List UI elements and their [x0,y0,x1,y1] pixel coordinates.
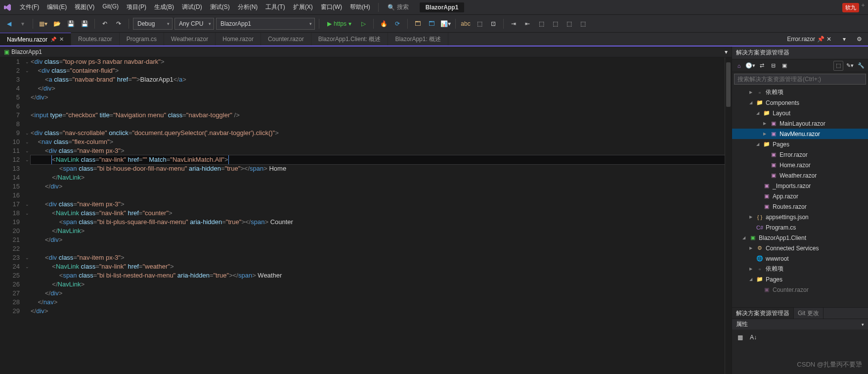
solution-tree[interactable]: ▶ ▫ 依赖项◢ 📁 Components◢ 📁 Layout▶ ▣ MainL… [732,86,868,307]
startup-combo[interactable]: BlazorApp1 [216,18,315,30]
open-icon[interactable]: 📂 [51,18,63,30]
solution-name[interactable]: BlazorApp1 [420,2,465,12]
new-project-icon[interactable]: ▦▾ [37,18,49,30]
menu-item[interactable]: 项目(P) [123,1,150,13]
refresh-icon[interactable]: ⟳ [391,18,403,30]
menu-item[interactable]: 文件(F) [16,1,43,13]
analyze-icon[interactable]: 📊▾ [439,18,451,30]
tree-item[interactable]: ▣ Weather.razor [732,170,868,181]
menu-item[interactable]: 窗口(W) [317,1,346,13]
abc-icon[interactable]: abc [460,18,472,30]
tree-item[interactable]: ▣ _Imports.razor [732,181,868,191]
inspect-icon[interactable]: ⬚ [474,18,485,30]
add-icon[interactable]: ＋ [860,1,866,9]
expand-icon[interactable]: ▶ [762,132,768,136]
quick-search[interactable]: 🔍 搜索 [388,3,409,11]
document-tab[interactable]: Home.razor [216,33,261,46]
back-button[interactable]: ◀ [3,18,15,30]
chevron-down-icon[interactable]: ▾ [862,322,864,327]
expand-icon[interactable]: ◢ [748,100,754,105]
tree-item[interactable]: ▣ Counter.razor [732,284,868,295]
tab-solution-explorer[interactable]: 解决方案资源管理器 [732,308,794,319]
menu-item[interactable]: 工具(T) [261,1,289,13]
wrench-icon[interactable]: 🔧 [856,61,866,71]
collapse-icon[interactable]: ⊟ [768,61,778,71]
tree-item[interactable]: ▣ Error.razor [732,149,868,160]
platform-combo[interactable]: Any CPU [174,18,214,30]
undo-icon[interactable]: ↶ [99,18,111,30]
redo-icon[interactable]: ↷ [113,18,125,30]
expand-icon[interactable]: ◢ [741,235,747,240]
document-tab[interactable]: Counter.razor [261,33,311,46]
menu-item[interactable]: 生成(B) [150,1,178,13]
forward-button[interactable]: ▾ [17,18,29,30]
menu-item[interactable]: 调试(D) [178,1,206,13]
document-tab[interactable]: Routes.razor [71,33,120,46]
filter-icon[interactable]: ✎▾ [845,61,855,71]
document-tab[interactable]: NavMenu.razor📌✕ [0,33,71,46]
pin-icon[interactable]: 📌 [817,36,825,43]
breadcrumb[interactable]: ▣ BlazorApp1 ▾ ＋ [0,47,732,57]
tab-dropdown-icon[interactable]: ▾ [838,33,850,45]
expand-icon[interactable]: ▶ [748,215,754,219]
outdent-icon[interactable]: ⇤ [521,18,533,30]
expand-icon[interactable]: ◢ [748,277,754,281]
tree-item[interactable]: ◢ 📁 Components [732,97,868,108]
notification-badge[interactable]: 软九 [842,3,859,12]
document-tab[interactable]: Weather.razor [164,33,216,46]
tree-item[interactable]: ◢ 📁 Pages [732,139,868,149]
tree-item[interactable]: ▣ App.razor [732,191,868,201]
close-icon[interactable]: ✕ [826,36,831,43]
menu-item[interactable]: Git(G) [98,1,123,13]
toggle-icon[interactable]: ⬚ [577,18,589,30]
view-icon[interactable]: ⬚ [833,61,843,71]
tab-settings-icon[interactable]: ⚙ [853,33,865,45]
expand-icon[interactable]: ◢ [755,111,761,115]
menu-item[interactable]: 测试(S) [206,1,234,13]
code-editor[interactable]: 1234567891011121314151617181920212223242… [0,57,732,374]
pin-icon[interactable]: 📌 [50,37,56,42]
browser-icon[interactable]: 🗔 [412,18,424,30]
start-without-debug-icon[interactable]: ▷ [357,18,369,30]
document-tab[interactable]: Program.cs [120,33,164,46]
comment-icon[interactable]: ⬚ [549,18,561,30]
start-debug-button[interactable]: ▶ https ▾ [323,18,355,30]
tree-item[interactable]: ◢ 📁 Layout [732,108,868,118]
save-icon[interactable]: 💾 [65,18,77,30]
ruler-icon[interactable]: ⊡ [487,18,499,30]
tab-git-changes[interactable]: Git 更改 [794,308,824,319]
tree-item[interactable]: 🌐 wwwroot [732,253,868,264]
save-all-icon[interactable]: 💾 [79,18,90,30]
tree-item[interactable]: C# Program.cs [732,222,868,233]
tree-item[interactable]: ▶ ▣ NavMenu.razor [732,129,868,139]
tree-item[interactable]: ▶ ▫ 依赖项 [732,264,868,274]
tree-item[interactable]: ◢ 📁 Pages [732,274,868,284]
menu-item[interactable]: 视图(V) [71,1,98,13]
document-tab[interactable]: BlazorApp1.Client: 概述 [311,33,389,46]
expand-icon[interactable]: ▶ [748,246,754,250]
props-grid-icon[interactable]: ▦ [734,331,746,343]
expand-icon[interactable]: ▶ [748,90,754,94]
menu-item[interactable]: 帮助(H) [346,1,374,13]
expand-icon[interactable]: ◢ [755,142,761,146]
close-icon[interactable]: ✕ [59,36,64,43]
tree-item[interactable]: ▶ ▣ MainLayout.razor [732,118,868,129]
tree-item[interactable]: ▶ ▫ 依赖项 [732,87,868,97]
bookmark-icon[interactable]: ⬚ [535,18,547,30]
menu-item[interactable]: 编辑(E) [43,1,71,13]
config-combo[interactable]: Debug [133,18,173,30]
tree-item[interactable]: ▶ { } appsettings.json [732,212,868,222]
split-icon[interactable]: ▾ [725,48,728,55]
show-all-icon[interactable]: ▣ [780,61,789,71]
expand-icon[interactable]: ▶ [762,121,768,126]
home-icon[interactable]: ⌂ [734,61,744,71]
expand-icon[interactable]: ▶ [748,267,754,271]
tree-item[interactable]: ▣ Routes.razor [732,201,868,212]
preview-tab[interactable]: Error.razor 📌 ✕ [783,36,835,43]
props-sort-icon[interactable]: A↓ [747,331,759,343]
history-icon[interactable]: 🕓▾ [745,61,755,71]
tree-item[interactable]: ▶ ⚙ Connected Services [732,243,868,253]
tree-item[interactable]: ◢ ▣ BlazorApp1.Client [732,233,868,243]
menu-item[interactable]: 扩展(X) [289,1,317,13]
indent-icon[interactable]: ⇥ [508,18,520,30]
